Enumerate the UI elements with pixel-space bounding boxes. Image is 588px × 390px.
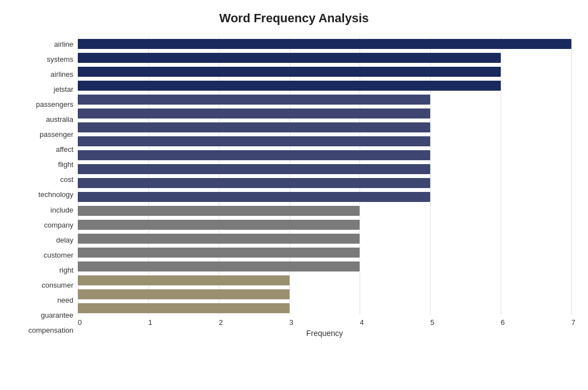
bar-row [78,246,571,259]
grid-line [360,37,360,315]
y-label: delay [56,234,73,246]
y-label: affect [56,144,73,156]
bar-row [78,260,571,273]
chart-container: Word Frequency Analysis airlinesystemsai… [0,0,588,390]
y-label: customer [44,249,73,261]
bar [78,108,430,119]
bar-row [78,302,571,314]
y-label: cost [60,174,73,186]
bar-row [78,149,571,161]
bar [78,67,501,77]
bar-row [78,80,571,92]
grid-line [219,37,220,315]
bar [78,303,290,313]
bar [78,206,360,216]
bar [78,150,430,160]
y-label: flight [58,159,73,171]
bar [78,95,430,105]
bar-row [78,163,571,175]
bars-wrapper [78,37,571,315]
y-label: passenger [39,129,73,141]
bar [78,275,290,285]
y-label: consumer [42,279,73,291]
grid-line [571,37,572,315]
grid-line [148,37,149,315]
grid-line [78,37,78,315]
y-label: airline [54,38,73,51]
bar [78,248,360,258]
bar [78,53,501,63]
chart-title: Word Frequency Analysis [17,11,571,26]
bar-row [78,233,571,245]
y-label: company [44,219,73,231]
bar-row [78,177,571,189]
y-label: systems [47,53,73,66]
y-label: guarantee [41,309,73,321]
y-label: australia [46,113,73,126]
bar-row [78,219,571,231]
bars-section: 01234567 Frequency [78,37,571,338]
bar-row [78,93,571,106]
bar [78,220,360,230]
bar [78,261,360,271]
bar [78,234,360,244]
x-axis-labels: 01234567 [78,315,571,327]
bar [78,289,290,299]
bar-row [78,121,571,134]
bar-row [78,38,571,50]
grid-line [501,37,501,315]
y-label: include [51,204,73,216]
y-label: airlines [51,68,73,81]
y-label: jetstar [54,83,73,96]
bar-row [78,288,571,300]
y-label: right [59,264,73,276]
bar-row [78,274,571,287]
chart-area: airlinesystemsairlinesjetstarpassengersa… [17,37,571,338]
grid-line [290,37,290,315]
bar-row [78,135,571,147]
bar [78,81,501,91]
bar-row [78,107,571,120]
bar [78,39,571,49]
bar-row [78,66,571,78]
bar [78,136,430,146]
bar [78,122,430,132]
x-axis-title: Frequency [78,329,571,338]
bar [78,178,430,188]
y-label: technology [38,189,73,201]
y-label: need [57,294,73,306]
bar [78,192,430,202]
bar-row [78,205,571,217]
y-label: passengers [36,98,73,111]
bar [78,164,430,174]
grid-line [430,37,431,315]
bar-row [78,191,571,203]
y-label: compensation [28,324,73,336]
y-axis-labels: airlinesystemsairlinesjetstarpassengersa… [17,37,78,338]
bar-row [78,52,571,64]
